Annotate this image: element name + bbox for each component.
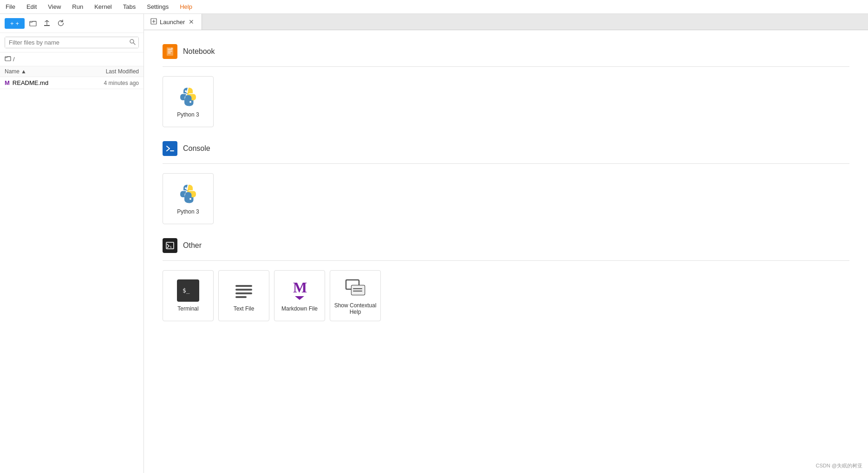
breadcrumb-path: / xyxy=(13,56,15,63)
menu-bar: File Edit View Run Kernel Tabs Settings … xyxy=(0,0,868,14)
python-console-icon xyxy=(177,182,199,205)
other-section-header: $_ Other xyxy=(163,238,849,253)
plus-icon: + xyxy=(10,20,14,27)
textfile-card[interactable]: Text File xyxy=(218,270,269,321)
python3-console-label: Python 3 xyxy=(177,208,199,215)
tab-launcher[interactable]: Launcher ✕ xyxy=(144,14,202,30)
textfile-icon xyxy=(233,279,255,302)
folder-icon xyxy=(29,19,37,27)
notebook-section-label: Notebook xyxy=(183,47,215,56)
svg-point-1 xyxy=(130,39,134,43)
file-icon: M xyxy=(5,79,10,86)
terminal-label: Terminal xyxy=(177,305,198,312)
textfile-label: Text File xyxy=(234,305,255,312)
python3-notebook-card[interactable]: Python 3 xyxy=(163,76,214,127)
notebook-cards: Python 3 xyxy=(163,76,849,127)
svg-rect-22 xyxy=(352,285,365,295)
refresh-button[interactable] xyxy=(55,18,66,29)
markdown-card[interactable]: M Markdown File xyxy=(274,270,325,321)
new-button[interactable]: + + xyxy=(5,18,25,29)
menu-tabs[interactable]: Tabs xyxy=(121,2,137,11)
col-name-label: Name xyxy=(5,68,20,75)
svg-text:$_: $_ xyxy=(183,287,190,294)
menu-file[interactable]: File xyxy=(4,2,17,11)
launcher-tab-label: Launcher xyxy=(160,19,185,26)
console-section-header: Console xyxy=(163,141,849,156)
markdown-label: Markdown File xyxy=(281,305,318,312)
folder-icon xyxy=(5,55,11,63)
console-cards: Python 3 xyxy=(163,173,849,224)
other-divider xyxy=(163,260,849,261)
notebook-divider xyxy=(163,66,849,67)
search-bar xyxy=(0,33,144,52)
svg-point-10 xyxy=(185,188,187,189)
contextual-help-label: Show Contextual Help xyxy=(330,302,380,315)
search-icon xyxy=(129,39,136,46)
svg-point-7 xyxy=(185,91,187,92)
search-input[interactable] xyxy=(5,37,138,48)
svg-rect-3 xyxy=(5,57,11,61)
console-section-label: Console xyxy=(183,144,210,153)
refresh-icon xyxy=(57,19,65,27)
tab-close-button[interactable]: ✕ xyxy=(188,19,195,25)
svg-point-8 xyxy=(189,101,191,103)
terminal-icon: $_ xyxy=(177,279,199,302)
sidebar-toolbar: + + xyxy=(0,14,144,33)
menu-run[interactable]: Run xyxy=(70,2,85,11)
other-section-icon: $_ xyxy=(163,238,177,253)
launcher-content: Notebook xyxy=(144,30,868,473)
tab-bar: Launcher ✕ xyxy=(144,14,868,30)
menu-settings[interactable]: Settings xyxy=(145,2,170,11)
markdown-icon: M xyxy=(288,279,311,302)
breadcrumb: / xyxy=(0,52,144,66)
svg-text:$_: $_ xyxy=(170,245,174,249)
file-modified: 4 minutes ago xyxy=(78,80,139,86)
svg-point-11 xyxy=(189,198,191,200)
main-layout: + + xyxy=(0,14,868,473)
watermark: CSDN @失眠的树亚 xyxy=(816,462,862,469)
notebook-section-header: Notebook xyxy=(163,44,849,59)
content-area: Launcher ✕ Notebook xyxy=(144,14,868,473)
menu-view[interactable]: View xyxy=(46,2,63,11)
notebook-section-icon xyxy=(163,44,177,59)
terminal-card[interactable]: $_ Terminal xyxy=(163,270,214,321)
contextual-help-icon xyxy=(344,276,366,298)
new-button-label: + xyxy=(16,20,20,27)
upload-icon xyxy=(43,19,51,27)
upload-folder-button[interactable] xyxy=(27,18,39,29)
console-section-icon xyxy=(163,141,177,156)
menu-edit[interactable]: Edit xyxy=(25,2,39,11)
file-table-header: Name ▲ Last Modified xyxy=(0,66,144,77)
search-input-wrap xyxy=(5,37,139,48)
other-section-label: Other xyxy=(183,241,202,250)
sidebar: + + xyxy=(0,14,144,473)
svg-line-2 xyxy=(134,43,136,45)
menu-help[interactable]: Help xyxy=(178,2,194,11)
sort-icon: ▲ xyxy=(21,68,26,75)
upload-button[interactable] xyxy=(41,18,52,29)
svg-text:M: M xyxy=(293,279,307,296)
col-modified-header[interactable]: Last Modified xyxy=(78,68,139,75)
console-divider xyxy=(163,163,849,164)
contextual-help-card[interactable]: Show Contextual Help xyxy=(330,270,381,321)
python3-console-card[interactable]: Python 3 xyxy=(163,173,214,224)
menu-kernel[interactable]: Kernel xyxy=(92,2,114,11)
col-name-header[interactable]: Name ▲ xyxy=(5,68,78,75)
table-row[interactable]: M README.md 4 minutes ago xyxy=(0,77,144,89)
python3-notebook-label: Python 3 xyxy=(177,111,199,118)
python-notebook-icon xyxy=(177,85,199,108)
file-name: README.md xyxy=(13,79,78,86)
other-cards: $_ Terminal Text File xyxy=(163,270,849,321)
launcher-tab-icon xyxy=(150,18,157,26)
